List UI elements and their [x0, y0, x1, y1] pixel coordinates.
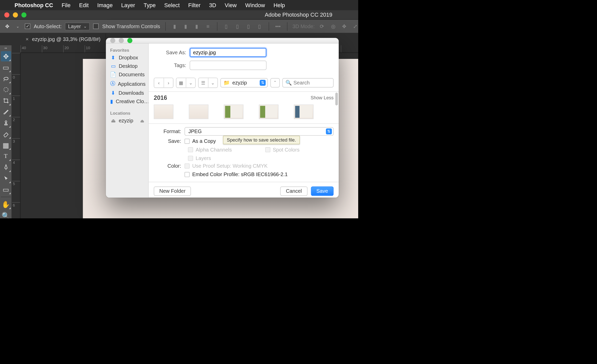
pen-tool[interactable] [1, 162, 11, 172]
sidebar-item-documents[interactable]: 📄Documents [106, 70, 148, 79]
sidebar-locations-header: Locations [106, 109, 148, 116]
documents-icon: 📄 [110, 72, 116, 78]
type-tool[interactable]: T [1, 151, 11, 161]
embed-profile-label: Embed Color Profile: sRGB IEC61966-2.1 [192, 172, 287, 177]
sidebar-item-applications[interactable]: ⒶApplications [106, 79, 148, 89]
sidebar-item-dropbox[interactable]: ⬍Dropbox [106, 53, 148, 62]
path-select-tool[interactable] [1, 173, 11, 184]
menu-edit[interactable]: Edit [75, 2, 93, 8]
gallery-scrollbar[interactable] [335, 93, 338, 105]
search-box[interactable]: 🔍 [282, 78, 334, 88]
hand-tool[interactable]: ✋ [1, 199, 11, 209]
3d-slide-icon[interactable]: ⤢ [352, 23, 358, 30]
tags-input[interactable] [190, 61, 266, 70]
tool-preset-dropdown[interactable]: ⌄ [15, 24, 22, 28]
toolbox-grip[interactable]: •• [0, 46, 12, 50]
new-folder-button[interactable]: New Folder [154, 186, 191, 196]
format-value: JPEG [188, 129, 202, 134]
format-select[interactable]: JPEG ⇅ [184, 127, 334, 136]
more-options-icon[interactable]: ••• [274, 23, 282, 30]
lasso-tool[interactable] [1, 73, 11, 84]
as-a-copy-checkbox[interactable] [184, 139, 190, 144]
rectangle-tool[interactable]: ▭ [1, 184, 11, 195]
menu-type[interactable]: Type [139, 2, 160, 8]
as-a-copy-label: As a Copy [192, 138, 216, 144]
marquee-tool[interactable]: ▭ [1, 62, 11, 72]
gradient-tool[interactable]: ▦ [1, 140, 11, 150]
zoom-tool[interactable]: 🔍 [1, 210, 11, 218]
stamp-tool[interactable] [1, 118, 11, 128]
show-less-button[interactable]: Show Less [311, 95, 334, 100]
sidebar-item-desktop[interactable]: ▭Desktop [106, 62, 148, 70]
quick-select-tool[interactable] [1, 84, 11, 95]
select-arrows-icon: ⇅ [326, 129, 332, 134]
menu-view[interactable]: View [220, 2, 241, 8]
dist-bottom-icon[interactable]: ▯ [245, 23, 252, 30]
spot-label: Spot Colors [273, 147, 300, 153]
document-tab[interactable]: × ezyzip.jpg @ 33,3% (RGB/8#) [20, 33, 106, 45]
menu-filter[interactable]: Filter [184, 2, 205, 8]
thumbnail-item[interactable] [259, 104, 279, 119]
eraser-tool[interactable] [1, 129, 11, 139]
3d-pan-icon[interactable]: ✥ [340, 23, 348, 30]
nav-forward-button[interactable]: › [163, 78, 173, 88]
collapse-button[interactable]: ˆ [270, 78, 280, 88]
brush-tool[interactable] [1, 107, 11, 117]
align-more-icon[interactable]: ≡ [204, 23, 212, 30]
path-dropdown-icon: ⇅ [260, 80, 266, 86]
cancel-button[interactable]: Cancel [280, 186, 307, 196]
close-tab-button[interactable]: × [26, 36, 29, 42]
move-tool[interactable]: ✥ [1, 51, 11, 61]
folder-icon: 📁 [223, 80, 230, 86]
path-selector[interactable]: 📁 ezyzip ⇅ [220, 78, 268, 88]
minimize-window-button[interactable] [13, 12, 18, 17]
vertical-ruler[interactable]: 0123456789 [12, 53, 20, 218]
menu-layer[interactable]: Layer [117, 2, 139, 8]
dialog-close-button[interactable] [110, 38, 115, 43]
autoselect-target-select[interactable]: Layer⌄ [65, 23, 90, 30]
3d-orbit-icon[interactable]: ⟳ [318, 23, 326, 30]
window-titlebar: Adobe Photoshop CC 2019 [0, 10, 358, 20]
thumbnail-item[interactable] [224, 104, 244, 119]
applications-icon: Ⓐ [110, 80, 115, 87]
sidebar-item-ezyzip[interactable]: ⏏ezyzip⏏ [106, 116, 148, 125]
align-left-icon[interactable]: ▮ [171, 23, 178, 30]
dialog-zoom-button[interactable] [127, 38, 132, 43]
save-button[interactable]: Save [311, 186, 334, 196]
menu-help[interactable]: Help [269, 2, 289, 8]
showtransform-checkbox[interactable] [93, 24, 99, 29]
filename-input[interactable] [190, 48, 266, 57]
downloads-icon: ⬇ [110, 90, 116, 96]
dist-top-icon[interactable]: ▯ [222, 23, 230, 30]
proof-checkbox [184, 163, 190, 168]
3d-roll-icon[interactable]: ◎ [329, 23, 337, 30]
thumbnail-item[interactable] [189, 104, 209, 119]
dist-more-icon[interactable]: ▯ [256, 23, 263, 30]
view-group-select[interactable]: ☰⌄ [198, 78, 218, 88]
menu-file[interactable]: File [57, 2, 75, 8]
menu-3d[interactable]: 3D [205, 2, 220, 8]
sidebar-favorites-header: Favorites [106, 46, 148, 53]
menu-image[interactable]: Image [93, 2, 117, 8]
menu-window[interactable]: Window [241, 2, 269, 8]
sidebar-item-creative-cloud[interactable]: ▮Creative Clo… [106, 97, 148, 106]
view-icon-select[interactable]: ▦⌄ [176, 78, 196, 88]
nav-back-button[interactable]: ‹ [154, 78, 164, 88]
align-center-h-icon[interactable]: ▮ [182, 23, 190, 30]
thumbnail-item[interactable] [154, 104, 173, 119]
close-window-button[interactable] [4, 12, 9, 17]
save-as-label: Save As: [154, 49, 190, 55]
crop-tool[interactable] [1, 95, 11, 106]
autoselect-checkbox[interactable]: ✓ [25, 24, 30, 29]
thumbnail-item[interactable] [294, 104, 314, 119]
embed-profile-checkbox[interactable] [184, 172, 190, 177]
app-name[interactable]: Photoshop CC [10, 2, 57, 8]
eject-icon[interactable]: ⏏ [140, 119, 144, 123]
align-right-icon[interactable]: ▮ [193, 23, 201, 30]
menu-select[interactable]: Select [160, 2, 184, 8]
sidebar-item-downloads[interactable]: ⬇Downloads [106, 89, 148, 97]
zoom-window-button[interactable] [21, 12, 26, 17]
dist-center-icon[interactable]: ▯ [234, 23, 241, 30]
search-input[interactable] [293, 80, 331, 86]
dialog-minimize-button[interactable] [119, 38, 124, 43]
